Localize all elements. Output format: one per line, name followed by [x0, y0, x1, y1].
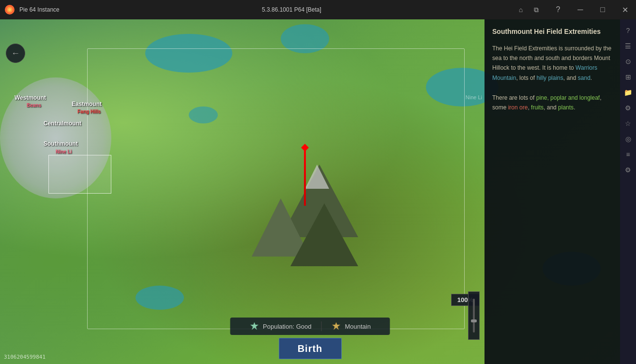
- sidebar-grid-icon[interactable]: ⊞: [621, 70, 636, 84]
- link-hilly-plains[interactable]: hilly plains: [536, 75, 563, 81]
- home-button[interactable]: ⌂: [514, 3, 528, 16]
- zoom-track: [473, 299, 475, 333]
- sidebar-folder-icon[interactable]: 📁: [621, 85, 636, 100]
- titlebar: Pie 64 Instance 5.3.86.1001 P64 [Beta] ⌂…: [0, 0, 636, 19]
- close-button[interactable]: ✕: [614, 0, 636, 19]
- link-sand[interactable]: sand: [578, 75, 591, 81]
- nav-buttons: ⌂ ⧉: [514, 3, 547, 16]
- sidebar-circle-icon[interactable]: ⊙: [621, 54, 636, 69]
- terrain-label: Mountain: [345, 323, 370, 330]
- lake-north: [145, 34, 232, 73]
- sidebar-settings-icon[interactable]: ⚙: [621, 163, 636, 177]
- lake-south-left: [136, 286, 184, 310]
- info-panel: Southmount Hei Field Extremities The Hei…: [485, 19, 620, 364]
- window-controls: ? ─ □ ✕: [547, 0, 636, 19]
- terrain-info: Mountain: [321, 321, 380, 331]
- snap-button[interactable]: ⧉: [530, 3, 543, 16]
- population-icon: [249, 321, 259, 331]
- birth-button[interactable]: Birth: [279, 338, 342, 359]
- link-trees[interactable]: pine, poplar and longleaf: [536, 94, 600, 101]
- mountain-peak-right: [290, 203, 358, 266]
- app-version: 5.3.86.1001 P64 [Beta]: [262, 6, 504, 13]
- app-title: Pie 64 Instance: [19, 6, 262, 13]
- info-panel-title: Southmount Hei Field Extremities: [492, 27, 612, 37]
- terrain-icon: [331, 321, 341, 331]
- sidebar-star-icon[interactable]: ☆: [621, 116, 636, 131]
- sidebar-gear-icon[interactable]: ⚙: [621, 101, 636, 115]
- map-pin: [304, 148, 306, 206]
- zoom-thumb: [471, 319, 477, 322]
- sidebar-menu-icon[interactable]: ☰: [621, 39, 636, 53]
- sidebar-help-icon[interactable]: ?: [621, 23, 636, 38]
- info-panel-body: The Hei Field Extremities is surrounded …: [492, 44, 612, 113]
- svg-marker-4: [332, 322, 340, 330]
- main-content: Westmount Beans Eastmount Fang Hills Cen…: [0, 19, 620, 364]
- svg-point-2: [8, 8, 11, 11]
- zoom-slider[interactable]: [468, 291, 480, 340]
- mountain-snow-cap: [305, 165, 329, 189]
- population-info: Population: Good: [240, 321, 321, 331]
- sidebar-layers-icon[interactable]: ≡: [621, 147, 636, 162]
- population-label: Population: Good: [263, 323, 311, 330]
- sub-region-box: [48, 155, 111, 194]
- link-iron-ore[interactable]: iron ore: [508, 104, 528, 111]
- back-button[interactable]: ←: [6, 44, 25, 63]
- lake-mid-left: [189, 106, 218, 123]
- sidebar-target-icon[interactable]: ◎: [621, 132, 636, 146]
- right-sidebar: ? ☰ ⊙ ⊞ 📁 ⚙ ☆ ◎ ≡ ⚙: [620, 19, 636, 364]
- link-fruits[interactable]: fruits: [531, 104, 544, 111]
- app-logo: [0, 0, 19, 19]
- maximize-button[interactable]: □: [591, 0, 614, 19]
- link-plants[interactable]: plants: [558, 104, 574, 111]
- bottom-info-bar: Population: Good Mountain: [230, 318, 390, 335]
- svg-marker-3: [250, 322, 258, 330]
- help-button[interactable]: ?: [547, 0, 569, 19]
- map-coordinates: 3106204599841: [4, 354, 45, 360]
- minimize-button[interactable]: ─: [569, 0, 591, 19]
- lake-top-center: [281, 24, 329, 53]
